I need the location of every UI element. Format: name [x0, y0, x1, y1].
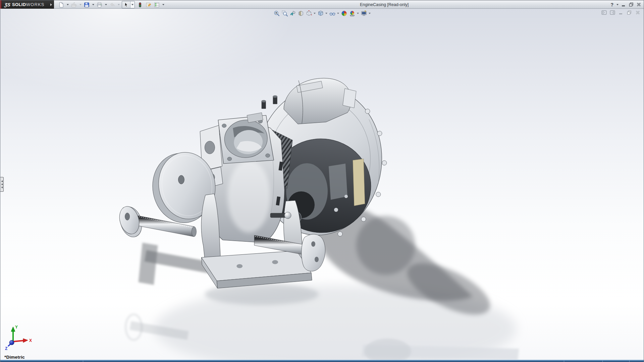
- solidworks-logo: ƷS SOLID WORKS: [0, 0, 54, 9]
- view-orientation-dropdown[interactable]: [313, 9, 316, 17]
- select-tool-dropdown[interactable]: [130, 1, 135, 8]
- section-view-button[interactable]: [297, 9, 305, 17]
- comment-button[interactable]: [145, 1, 152, 8]
- y-axis-arrow: [11, 327, 15, 331]
- help-button[interactable]: ?: [610, 2, 613, 8]
- close-icon: [637, 2, 641, 7]
- hide-show-items-icon: [329, 10, 336, 17]
- display-style-icon: [317, 10, 324, 17]
- print-button[interactable]: [96, 1, 103, 8]
- status-separator: [629, 360, 630, 362]
- open-button[interactable]: [70, 1, 78, 8]
- save-icon: [84, 2, 90, 8]
- zoom-to-fit-button[interactable]: [273, 9, 280, 17]
- right-arrow-icon: [50, 3, 52, 6]
- previous-view-button[interactable]: [289, 9, 297, 17]
- z-axis-label: Z: [5, 346, 7, 351]
- featuremanager-collapsed-tab[interactable]: [0, 177, 4, 192]
- expand-arrows-icon: [1, 180, 3, 182]
- section-view-icon: [298, 10, 304, 17]
- options-dropdown[interactable]: [161, 1, 165, 8]
- apply-scene-button[interactable]: [348, 9, 356, 17]
- restore-icon: [627, 10, 632, 15]
- apply-scene-icon: [349, 10, 356, 17]
- featuremanager-pane-icon: [601, 10, 607, 15]
- close-button[interactable]: [637, 2, 641, 8]
- minimize-button[interactable]: [622, 2, 626, 8]
- help-icon: ?: [610, 2, 613, 7]
- z-axis-ball: [9, 340, 14, 345]
- display-style-dropdown[interactable]: [325, 9, 328, 17]
- hide-show-items-dropdown[interactable]: [336, 9, 340, 17]
- window-controls: ?: [610, 0, 641, 9]
- status-separator: [83, 360, 83, 362]
- restore-button[interactable]: [629, 2, 634, 8]
- doc-close-button[interactable]: [635, 10, 640, 15]
- solidworks-window: ƷS SOLID WORKS: [0, 0, 644, 362]
- select-cursor-icon: [123, 2, 129, 7]
- print-dropdown[interactable]: [104, 1, 108, 8]
- view-settings-dropdown[interactable]: [368, 9, 371, 17]
- heads-up-view-toolbar: [273, 9, 371, 17]
- undo-icon: [109, 2, 115, 8]
- title-bar: ƷS SOLID WORKS: [0, 0, 644, 9]
- options-button[interactable]: [153, 1, 161, 8]
- apply-scene-dropdown[interactable]: [356, 9, 360, 17]
- edit-appearance-icon: [341, 10, 347, 17]
- comment-icon: [146, 2, 152, 8]
- featuremanager-pane-button[interactable]: [601, 10, 607, 15]
- selection-filter-button[interactable]: [136, 1, 144, 8]
- zoom-to-area-button[interactable]: [281, 9, 288, 17]
- graphics-viewport[interactable]: Y X Z *Dimetric: [0, 9, 644, 360]
- display-pane-icon: [610, 10, 615, 15]
- close-icon: [636, 10, 640, 15]
- undo-dropdown[interactable]: [117, 1, 120, 8]
- zoom-to-area-icon: [281, 10, 288, 17]
- new-document-icon: [58, 2, 64, 8]
- new-document-dropdown[interactable]: [66, 1, 69, 8]
- logo-text-works: WORKS: [26, 2, 45, 7]
- save-dropdown[interactable]: [91, 1, 95, 8]
- display-pane-button[interactable]: [610, 10, 615, 15]
- expand-arrows-icon: [1, 186, 3, 188]
- open-dropdown[interactable]: [78, 1, 82, 8]
- menu-flyout-arrow[interactable]: [49, 2, 53, 7]
- minimize-icon: [619, 10, 623, 15]
- select-tool-button[interactable]: [122, 1, 130, 8]
- view-settings-button[interactable]: [360, 9, 368, 17]
- view-orientation-icon: [306, 10, 312, 17]
- status-separator: [602, 360, 603, 362]
- new-document-button[interactable]: [57, 1, 65, 8]
- status-bar: [0, 360, 644, 362]
- quick-access-toolbar: [57, 1, 165, 9]
- help-dropdown[interactable]: [616, 2, 619, 8]
- selection-traffic-light-icon: [138, 2, 143, 8]
- window-title: EngineCasing [Read-only]: [360, 2, 409, 7]
- logo-accent-stripe: [0, 0, 1, 9]
- view-settings-icon: [361, 10, 367, 17]
- document-window-controls: [601, 10, 640, 15]
- status-separator: [564, 360, 564, 362]
- doc-minimize-button[interactable]: [618, 10, 624, 15]
- hide-show-items-button[interactable]: [328, 9, 336, 17]
- doc-restore-button[interactable]: [627, 10, 632, 15]
- view-orientation-label: *Dimetric: [4, 355, 25, 360]
- zoom-to-fit-icon: [273, 10, 280, 17]
- print-icon: [97, 2, 102, 8]
- x-axis: [13, 341, 24, 342]
- carburetor-flange: [218, 115, 274, 164]
- display-style-button[interactable]: [317, 9, 324, 17]
- dassault-ds-logo-icon: ƷS: [4, 2, 11, 7]
- model-scene[interactable]: [0, 9, 644, 360]
- y-axis-label: Y: [15, 325, 18, 329]
- restore-icon: [629, 2, 634, 7]
- undo-button[interactable]: [108, 1, 116, 8]
- view-orientation-button[interactable]: [305, 9, 313, 17]
- select-tool-group: [122, 1, 135, 8]
- save-button[interactable]: [83, 1, 91, 8]
- open-icon: [71, 2, 77, 8]
- options-icon: [154, 2, 160, 8]
- previous-view-icon: [289, 10, 296, 17]
- minimize-icon: [622, 2, 626, 7]
- edit-appearance-button[interactable]: [340, 9, 348, 17]
